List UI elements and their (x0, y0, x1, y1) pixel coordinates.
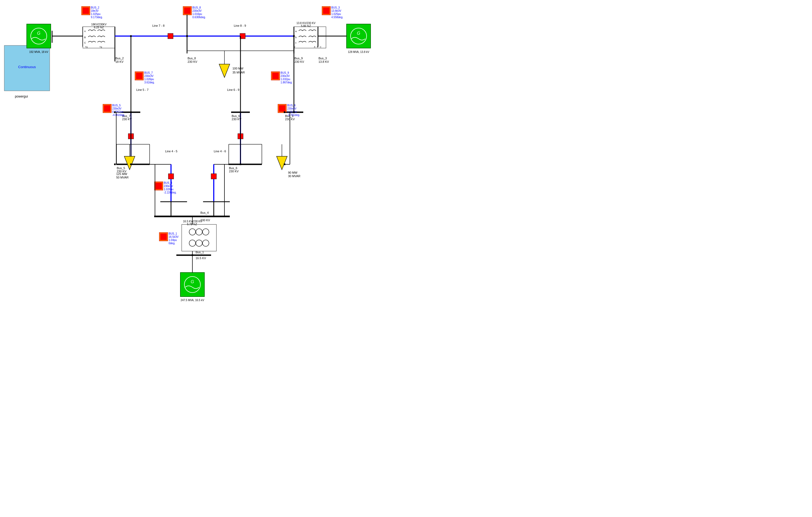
svg-text:C: C (84, 41, 86, 44)
load2-mw: 125 MW (116, 172, 127, 176)
svg-text:16.5e3V: 16.5e3V (169, 235, 179, 238)
svg-text:16.5 KV: 16.5 KV (196, 257, 206, 260)
svg-rect-21 (83, 7, 89, 14)
svg-text:0deg.: 0deg. (169, 242, 175, 245)
svg-rect-188 (240, 164, 241, 165)
svg-rect-41 (323, 7, 329, 14)
svg-text:18KV/230KV: 18KV/230KV (91, 23, 107, 26)
svg-text:230 KV: 230 KV (187, 60, 198, 63)
svg-text:18e3V: 18e3V (91, 9, 98, 12)
svg-text:BUS_4: BUS_4 (164, 181, 172, 184)
svg-text:1.025pu: 1.025pu (331, 12, 341, 16)
svg-text:1.026pu: 1.026pu (164, 188, 173, 191)
svg-text:Bus_5: Bus_5 (117, 167, 125, 170)
gen4-label: 247.5 MVA, 16.5 kV (181, 299, 204, 301)
svg-text:0.6306deg.: 0.6306deg. (193, 16, 206, 19)
svg-text:G: G (37, 31, 40, 35)
svg-text:BUS_2: BUS_2 (91, 6, 99, 9)
svg-text:Bus_6: Bus_6 (229, 167, 237, 170)
svg-text:5.78 %Z: 5.78 %Z (187, 223, 197, 226)
svg-text:13.8 KV: 13.8 KV (319, 60, 329, 63)
svg-rect-196 (154, 216, 156, 217)
svg-rect-197 (224, 216, 225, 217)
svg-text:Bus_8: Bus_8 (187, 57, 196, 60)
powergui-label: Continuous (18, 65, 36, 69)
svg-rect-194 (114, 164, 116, 165)
svg-text:230e3V: 230e3V (144, 75, 154, 78)
svg-rect-192 (114, 111, 116, 113)
svg-text:230 KV: 230 KV (294, 60, 304, 63)
svg-rect-137 (211, 174, 216, 179)
svg-rect-189 (170, 216, 172, 217)
svg-text:6.25 %Z: 6.25 %Z (94, 26, 104, 29)
svg-text:Bus_4: Bus_4 (200, 211, 209, 214)
svg-rect-190 (213, 216, 214, 217)
svg-text:Line 4 - 6: Line 4 - 6 (214, 150, 226, 153)
svg-text:230e3V: 230e3V (164, 184, 173, 188)
svg-rect-146 (155, 183, 162, 189)
svg-rect-151 (182, 224, 216, 251)
svg-text:13.8 KV/230 KV: 13.8 KV/230 KV (296, 22, 315, 25)
svg-text:Line 6 - 9: Line 6 - 9 (227, 88, 239, 91)
svg-text:1.016pu: 1.016pu (193, 12, 202, 16)
generator-3 (347, 24, 371, 48)
svg-text:BUS_6: BUS_6 (287, 104, 296, 107)
svg-text:1.867deg.: 1.867deg. (281, 81, 293, 84)
svg-rect-191 (192, 254, 193, 256)
gen1-label: 192 MVA, 18 kV (29, 51, 48, 53)
svg-text:Bus_3: Bus_3 (319, 57, 327, 60)
gen3-label: 128 MVA, 13.8 kV (348, 51, 369, 53)
svg-text:-2.226deg.: -2.226deg. (164, 191, 177, 194)
svg-rect-183 (186, 35, 188, 37)
svg-rect-193 (284, 111, 285, 113)
powergui-caption: powergui (15, 94, 28, 98)
svg-text:1.032pu: 1.032pu (281, 78, 290, 81)
svg-text:Yg: Yg (99, 46, 102, 48)
svg-text:1.013pu: 1.013pu (287, 110, 297, 113)
svg-rect-165 (160, 233, 167, 240)
svg-text:BUS_1: BUS_1 (169, 232, 177, 235)
bus2-bar-kv: 18 KV (115, 60, 124, 63)
svg-text:Line 4 - 5: Line 4 - 5 (165, 150, 177, 153)
svg-rect-131 (168, 174, 174, 179)
svg-rect-187 (130, 164, 132, 165)
generator-4 (180, 272, 204, 296)
svg-text:230e3V: 230e3V (287, 107, 297, 110)
load3-mw: 90 MW (288, 171, 297, 174)
svg-text:BUS_3: BUS_3 (331, 6, 340, 9)
generator-1 (27, 24, 51, 48)
svg-text:BUS_8: BUS_8 (193, 6, 201, 9)
svg-text:Yg: Yg (85, 46, 88, 48)
svg-text:BUS_7: BUS_7 (144, 71, 153, 74)
svg-rect-0 (0, 0, 812, 517)
svg-text:BUS_5: BUS_5 (112, 104, 121, 107)
svg-text:1.025pu: 1.025pu (91, 12, 100, 16)
svg-rect-182 (130, 35, 132, 37)
svg-text:Bus_6: Bus_6 (232, 114, 240, 118)
svg-text:3.62deg.: 3.62deg. (144, 81, 155, 84)
svg-text:Bus_9: Bus_9 (294, 57, 303, 60)
svg-rect-195 (284, 164, 285, 165)
load3-mvar: 30 MVAR (288, 174, 300, 178)
svg-text:1.04pu: 1.04pu (169, 238, 177, 241)
svg-text:230 KV: 230 KV (229, 170, 239, 173)
svg-text:230e3V: 230e3V (193, 9, 202, 12)
svg-text:4.558deg.: 4.558deg. (331, 16, 343, 19)
svg-rect-56 (168, 33, 173, 39)
svg-rect-67 (136, 73, 142, 79)
bus2-bar-label: Bus_2 (115, 57, 124, 60)
load2-mvar: 50 MVAR (116, 176, 128, 179)
svg-rect-184 (293, 35, 295, 37)
svg-text:A: A (314, 46, 316, 48)
svg-text:BUS_9: BUS_9 (281, 71, 289, 74)
svg-text:9.173deg.: 9.173deg. (91, 16, 103, 19)
svg-rect-110 (279, 105, 285, 112)
svg-text:Line 5 - 7: Line 5 - 7 (136, 88, 149, 91)
svg-rect-77 (272, 73, 279, 79)
svg-text:230 KV: 230 KV (232, 118, 241, 121)
line78-label: Line 7 - 8 (152, 24, 165, 27)
svg-rect-186 (293, 111, 295, 113)
svg-text:C: C (320, 46, 321, 48)
svg-text:A: A (84, 30, 86, 33)
svg-text:G: G (191, 280, 194, 284)
